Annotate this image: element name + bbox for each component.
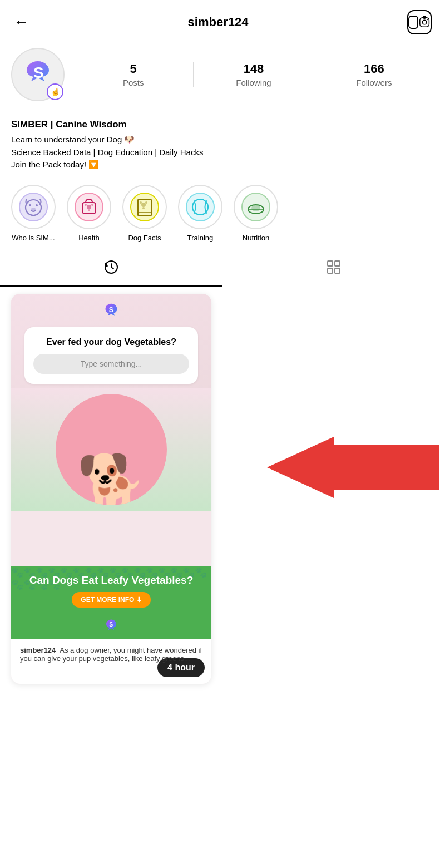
highlights-row: Who is SIM... Health Dog Facts Training … <box>0 185 445 242</box>
bio-line2: Science Backed Data | Dog Education | Da… <box>11 147 203 157</box>
stat-followers[interactable]: 166 Followers <box>314 62 434 87</box>
highlight-circle-3 <box>178 185 222 229</box>
followers-label: Followers <box>356 78 392 87</box>
svg-point-26 <box>251 205 260 211</box>
post-card[interactable]: S Ever fed your dog Vegetables? Type som… <box>11 294 211 684</box>
question-text: Ever fed your dog Vegetables? <box>33 337 189 347</box>
svg-rect-29 <box>328 261 333 266</box>
instagram-icon[interactable] <box>407 10 432 34</box>
profile-username: simber124 <box>188 15 249 29</box>
svg-point-7 <box>36 204 38 206</box>
tab-recent[interactable] <box>0 251 222 287</box>
grid-icon <box>326 259 342 279</box>
highlight-item-0[interactable]: Who is SIM... <box>11 185 56 242</box>
back-button[interactable]: ← <box>13 13 29 31</box>
question-box: Ever fed your dog Vegetables? Type somet… <box>24 327 198 384</box>
svg-rect-31 <box>328 268 333 273</box>
highlight-item-4[interactable]: Nutrition <box>234 185 278 242</box>
highlight-item-1[interactable]: Health <box>67 185 111 242</box>
profile-name: SIMBER | Canine Wisdom <box>11 119 434 130</box>
highlight-label-4: Nutrition <box>243 234 269 242</box>
highlight-label-2: Dog Facts <box>128 234 161 242</box>
svg-point-15 <box>131 193 159 221</box>
posts-label: Posts <box>123 78 144 87</box>
highlight-label-1: Health <box>78 234 100 242</box>
svg-point-13 <box>91 204 93 206</box>
svg-point-12 <box>85 204 87 206</box>
tabs-section <box>0 251 445 287</box>
highlight-circle-2 <box>122 185 167 229</box>
followers-count: 166 <box>364 62 384 76</box>
svg-point-4 <box>19 193 47 221</box>
answer-input[interactable]: Type something... <box>33 354 189 374</box>
recent-icon <box>103 259 119 279</box>
svg-rect-30 <box>335 261 340 266</box>
highlight-label-3: Training <box>187 234 213 242</box>
post-area: S Ever fed your dog Vegetables? Type som… <box>0 289 445 688</box>
svg-marker-36 <box>267 437 439 498</box>
bio-line3: Join the Pack today! 🔽 <box>11 160 99 169</box>
highlight-item-2[interactable]: Dog Facts <box>122 185 167 242</box>
green-section: 🐾🐾🐾🐾🐾🐾🐾🐾🐾🐾🐾🐾🐾🐾🐾🐾🐾🐾🐾🐾 Can Dogs Eat Leafy … <box>11 566 211 639</box>
post-caption: simber124 As a dog owner, you might have… <box>11 639 211 684</box>
red-arrow <box>267 434 439 503</box>
stat-posts[interactable]: 5 Posts <box>73 62 193 87</box>
svg-point-2 <box>427 19 428 20</box>
highlight-label-0: Who is SIM... <box>12 234 55 242</box>
profile-section: S ☝ 5 Posts 148 Following 166 Followers <box>0 41 445 119</box>
header: ← simber124 <box>0 0 445 41</box>
svg-point-20 <box>142 207 145 209</box>
posts-count: 5 <box>130 62 137 76</box>
highlight-circle-1 <box>67 185 111 229</box>
story-button[interactable]: ☝ <box>47 83 63 100</box>
cta-button[interactable]: GET MORE INFO ⬇ <box>72 592 150 608</box>
svg-point-19 <box>145 201 147 204</box>
following-label: Following <box>236 78 271 87</box>
svg-text:S: S <box>33 64 44 81</box>
stats-row: 5 Posts 148 Following 166 Followers <box>73 62 434 87</box>
caption-username: simber124 <box>20 646 56 654</box>
highlight-circle-4 <box>234 185 278 229</box>
bio-section: SIMBER | Canine Wisdom Learn to understa… <box>0 119 445 180</box>
svg-point-17 <box>141 203 146 207</box>
bio-text: Learn to understand your Dog 🐶 Science B… <box>11 134 434 171</box>
avatar-wrapper[interactable]: S ☝ <box>11 48 65 101</box>
svg-point-1 <box>422 20 427 24</box>
bio-line1: Learn to understand your Dog 🐶 <box>11 135 135 144</box>
svg-rect-32 <box>335 268 340 273</box>
svg-rect-0 <box>420 18 429 27</box>
svg-point-14 <box>88 209 90 211</box>
highlights-section: Who is SIM... Health Dog Facts Training … <box>0 180 445 251</box>
svg-point-18 <box>140 201 142 204</box>
following-count: 148 <box>244 62 264 76</box>
highlight-circle-0 <box>11 185 56 229</box>
svg-point-11 <box>87 205 91 209</box>
tab-grid[interactable] <box>222 251 445 287</box>
svg-point-22 <box>186 193 214 221</box>
svg-text:S: S <box>109 305 113 313</box>
highlight-item-3[interactable]: Training <box>178 185 222 242</box>
post-green-title: Can Dogs Eat Leafy Vegetables? <box>20 574 202 586</box>
svg-point-6 <box>29 204 31 206</box>
stat-following[interactable]: 148 Following <box>193 62 313 87</box>
svg-text:S: S <box>109 621 113 628</box>
post-card-header: S <box>11 294 211 323</box>
